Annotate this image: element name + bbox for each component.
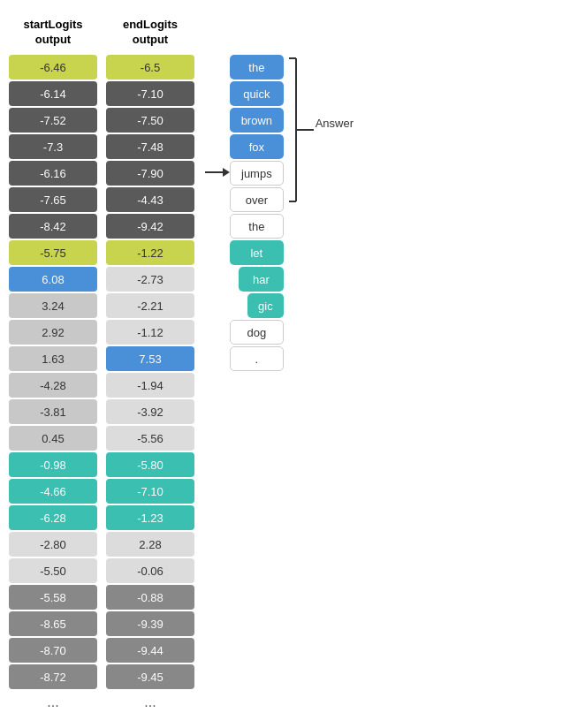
end-logit-cell: -9.39 [106,611,194,636]
start-logit-cell: -4.66 [9,479,97,504]
word-cell: dog [230,320,284,345]
end-logit-cell: -7.50 [106,108,194,133]
end-logit-cell: -2.73 [106,267,194,292]
start-logits-column: startLogitsoutput -6.46-6.14-7.52-7.3-6.… [9,18,97,710]
word-cell: . [230,346,284,371]
start-logit-cell: -5.58 [9,585,97,610]
word-row: brown [230,108,284,133]
word-cell: gic [247,293,284,318]
word-row: let [230,240,284,265]
start-logit-cell: -8.42 [9,214,97,239]
word-cells: thequickbrownfoxjumpsoverthelethargicdog… [230,55,284,373]
end-logits-column: endLogitsoutput -6.5-7.10-7.50-7.48-7.90… [106,18,194,710]
start-logit-cell: -0.98 [9,452,97,477]
end-logit-cell: -7.90 [106,161,194,186]
end-logit-cell: -7.10 [106,479,194,504]
end-logit-cell: -9.45 [106,664,194,689]
word-row: over [230,187,284,212]
word-cell: over [230,187,284,212]
start-logit-cell: -8.72 [9,664,97,689]
start-logit-cell: -3.81 [9,399,97,424]
end-logit-cell: -1.23 [106,505,194,530]
word-row: . [230,346,284,371]
word-row: the [230,55,284,80]
end-logit-cell: 7.53 [106,346,194,371]
end-dots: ... [144,694,156,710]
arrow-area [203,159,230,188]
start-logit-cell: -8.70 [9,638,97,663]
end-logit-cell: -7.48 [106,134,194,159]
start-logit-cell: -5.75 [9,240,97,265]
start-logit-cell: -2.80 [9,532,97,557]
start-logit-cell: 3.24 [9,293,97,318]
word-row: gic [247,293,284,318]
end-logit-cell: -1.22 [106,240,194,265]
start-logit-cell: -7.3 [9,134,97,159]
end-logit-cell: -4.43 [106,187,194,212]
word-cell: har [239,267,284,292]
word-cell: fox [230,134,284,159]
start-logit-cell: -6.46 [9,55,97,80]
start-logits-header: startLogitsoutput [23,18,82,49]
main-container: startLogitsoutput -6.46-6.14-7.52-7.3-6.… [9,9,569,710]
start-logit-cell: 1.63 [9,346,97,371]
start-logit-cell: -7.52 [9,108,97,133]
start-cells: -6.46-6.14-7.52-7.3-6.16-7.65-8.42-5.756… [9,55,97,691]
end-logit-cell: -9.44 [106,638,194,663]
end-logit-cell: -1.12 [106,320,194,345]
word-cell: the [230,214,284,239]
word-cell: the [230,55,284,80]
end-logit-cell: -6.5 [106,55,194,80]
word-row: quick [230,81,284,106]
start-logit-cell: 6.08 [9,267,97,292]
word-row: dog [230,320,284,345]
end-logit-cell: -9.42 [106,214,194,239]
svg-marker-1 [223,168,230,177]
words-column: thequickbrownfoxjumpsoverthelethargicdog… [230,55,284,373]
end-logit-cell: -0.88 [106,585,194,610]
word-cell: jumps [230,161,284,186]
word-cell: brown [230,108,284,133]
start-logit-cell: -5.50 [9,558,97,583]
start-dots: ... [47,694,58,710]
end-logit-cell: -0.06 [106,558,194,583]
word-row: fox [230,134,284,159]
end-logit-cell: -5.80 [106,452,194,477]
end-logit-cell: -7.10 [106,81,194,106]
start-logit-cell: -6.28 [9,505,97,530]
end-logits-header: endLogitsoutput [123,18,178,49]
end-logit-cell: -2.21 [106,293,194,318]
word-row: har [239,267,284,292]
start-logit-cell: -6.14 [9,81,97,106]
answer-label: Answer [316,117,354,130]
end-logit-cell: -5.56 [106,426,194,451]
bracket-svg [287,55,331,205]
start-logit-cell: -6.16 [9,161,97,186]
word-cell: quick [230,81,284,106]
end-cells: -6.5-7.10-7.50-7.48-7.90-4.43-9.42-1.22-… [106,55,194,691]
word-cell: let [230,240,284,265]
answer-bracket: Answer [287,55,354,130]
end-logit-cell: -1.94 [106,373,194,398]
word-row: jumps [230,161,284,186]
end-logit-cell: -3.92 [106,399,194,424]
word-row: the [230,214,284,239]
start-logit-cell: -4.28 [9,373,97,398]
start-logit-cell: -8.65 [9,611,97,636]
start-logit-cell: 2.92 [9,320,97,345]
end-logit-cell: 2.28 [106,532,194,557]
start-logit-cell: 0.45 [9,426,97,451]
start-logit-cell: -7.65 [9,187,97,212]
